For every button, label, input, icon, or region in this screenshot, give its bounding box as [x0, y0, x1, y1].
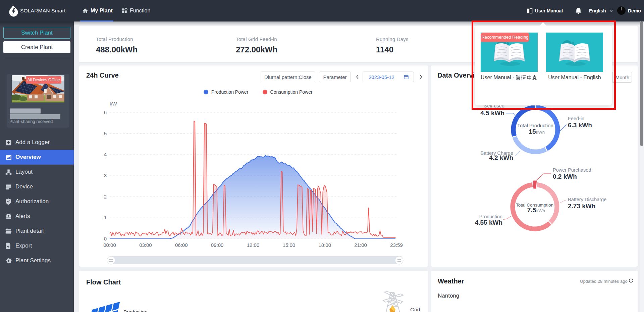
- svg-text:00:00: 00:00: [103, 242, 116, 248]
- svg-text:15:00: 15:00: [283, 242, 296, 248]
- svg-text:0: 0: [104, 236, 107, 241]
- svg-text:kW: kW: [110, 101, 117, 106]
- svg-text:5: 5: [104, 131, 107, 136]
- svg-text:kWh: kWh: [536, 130, 545, 135]
- svg-text:21:00: 21:00: [354, 242, 367, 248]
- svg-text:4: 4: [104, 151, 107, 157]
- svg-text:12:00: 12:00: [247, 242, 260, 248]
- svg-text:4.55 kWh: 4.55 kWh: [475, 219, 502, 226]
- svg-text:03:00: 03:00: [139, 242, 152, 248]
- svg-text:18:00: 18:00: [319, 242, 331, 248]
- svg-text:Feed-in: Feed-in: [568, 116, 584, 121]
- svg-text:06:00: 06:00: [175, 242, 188, 248]
- svg-text:09:00: 09:00: [211, 242, 224, 248]
- svg-text:Battery Discharge: Battery Discharge: [568, 197, 606, 202]
- svg-text:2.73 kWh: 2.73 kWh: [568, 203, 595, 210]
- svg-text:Production: Production: [479, 214, 502, 219]
- svg-text:4.2 kWh: 4.2 kWh: [489, 154, 513, 161]
- svg-text:15: 15: [529, 128, 536, 135]
- svg-text:kWh: kWh: [536, 208, 545, 213]
- svg-text:4.5 kWh: 4.5 kWh: [480, 109, 504, 117]
- svg-text:Power Purchased: Power Purchased: [553, 167, 591, 173]
- svg-text:6.3 kWh: 6.3 kWh: [568, 122, 592, 129]
- svg-text:23:59: 23:59: [390, 242, 403, 248]
- svg-text:Production: Production: [123, 309, 148, 312]
- svg-text:7.5: 7.5: [527, 207, 536, 214]
- svg-text:2: 2: [104, 194, 107, 199]
- svg-text:6: 6: [104, 109, 107, 115]
- svg-text:Grid: Grid: [410, 307, 420, 312]
- svg-text:1: 1: [104, 215, 107, 220]
- svg-text:0.2 kWh: 0.2 kWh: [553, 173, 577, 180]
- svg-text:3: 3: [104, 173, 107, 178]
- svg-text:Total Production: Total Production: [517, 123, 553, 128]
